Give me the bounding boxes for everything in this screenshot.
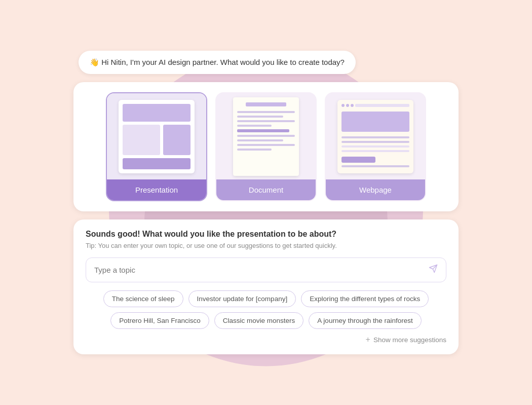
web-dot-2	[346, 104, 349, 107]
presentation-preview	[107, 93, 206, 179]
send-icon[interactable]	[429, 264, 438, 276]
greeting-bubble: 👋 Hi Nitin, I'm your AI design partner. …	[79, 51, 356, 74]
doc-line-4	[237, 125, 272, 127]
type-cards-container: Presentation	[86, 92, 446, 201]
suggestion-monsters[interactable]: Classic movie monsters	[214, 312, 304, 329]
suggestion-sleep[interactable]: The science of sleep	[103, 290, 183, 307]
pres-content-row	[123, 125, 191, 155]
type-card-webpage[interactable]: Webpage	[325, 92, 426, 201]
web-line-1	[341, 136, 409, 138]
doc-line-1	[237, 111, 295, 113]
suggestion-rocks[interactable]: Exploring the different types of rocks	[301, 290, 429, 307]
suggestion-investor[interactable]: Investor update for [company]	[188, 290, 296, 307]
web-top-bar	[341, 104, 409, 107]
doc-line-7	[237, 144, 295, 146]
document-mockup	[233, 97, 299, 176]
webpage-label: Webpage	[326, 179, 425, 200]
web-url-bar	[355, 104, 409, 107]
pres-side-block	[163, 125, 191, 155]
pres-text-block	[123, 125, 160, 155]
web-text-2	[341, 150, 409, 152]
type-card-document[interactable]: Document	[215, 92, 317, 201]
show-more-label: Show more suggestions	[373, 336, 446, 344]
doc-line-2	[237, 116, 283, 118]
main-container: 👋 Hi Nitin, I'm your AI design partner. …	[73, 51, 459, 354]
web-dot-1	[341, 104, 345, 107]
doc-line-8	[237, 149, 272, 151]
topic-input[interactable]	[94, 266, 429, 274]
webpage-preview	[326, 93, 425, 179]
web-button-sim	[341, 157, 375, 163]
pres-header-bar	[123, 104, 191, 122]
doc-title-bar	[246, 102, 286, 106]
type-card-section: Presentation	[73, 82, 459, 211]
doc-line-5	[237, 135, 295, 137]
type-card-presentation[interactable]: Presentation	[106, 92, 207, 201]
doc-highlight	[237, 129, 289, 132]
show-more-plus-icon: +	[366, 335, 370, 344]
web-text-1	[341, 145, 409, 148]
document-preview	[216, 93, 316, 179]
prompt-section: Sounds good! What would you like the pre…	[73, 219, 459, 354]
web-line-2	[341, 141, 409, 143]
document-label: Document	[216, 179, 316, 200]
show-more-button[interactable]: + Show more suggestions	[86, 335, 446, 344]
web-dot-3	[351, 104, 354, 107]
suggestion-sf[interactable]: Potrero Hill, San Francisco	[110, 312, 209, 329]
webpage-mockup	[337, 100, 413, 173]
suggestions-container: The science of sleep Investor update for…	[86, 290, 446, 329]
greeting-text: Hi Nitin, I'm your AI design partner. Wh…	[101, 58, 345, 66]
web-line-3	[341, 165, 409, 167]
prompt-tip: Tip: You can enter your own topic, or us…	[86, 242, 446, 249]
pres-bottom-bar	[123, 158, 191, 169]
prompt-title: Sounds good! What would you like the pre…	[86, 230, 446, 239]
web-hero	[341, 112, 409, 132]
presentation-label: Presentation	[107, 179, 206, 200]
doc-line-6	[237, 139, 283, 141]
doc-line-3	[237, 120, 295, 122]
suggestion-rainforest[interactable]: A journey through the rainforest	[309, 312, 421, 329]
greeting-emoji: 👋	[90, 58, 99, 66]
presentation-mockup	[119, 100, 195, 173]
topic-input-wrapper	[86, 257, 446, 282]
